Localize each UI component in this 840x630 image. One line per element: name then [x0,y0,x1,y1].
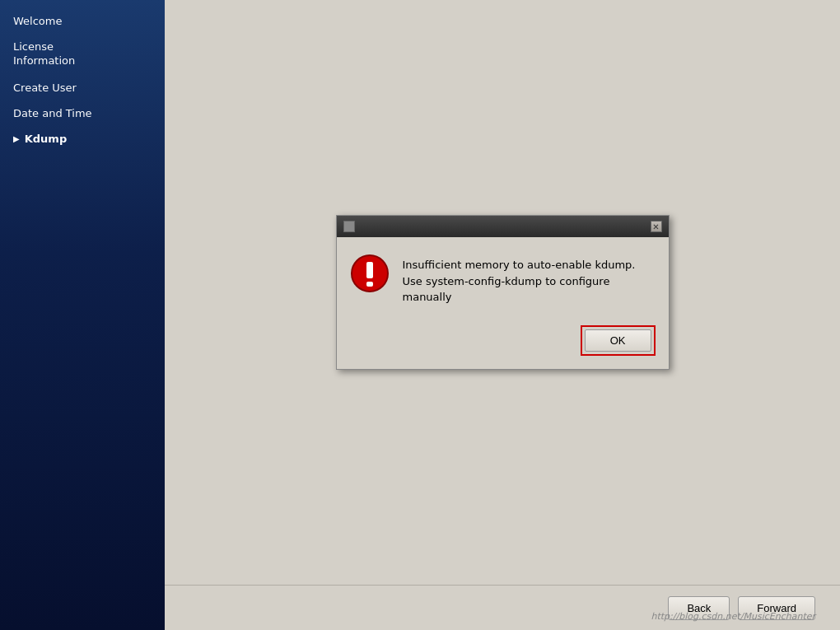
bottom-bar: Back Forward http://blog.csdn.net/MusicE… [165,585,840,630]
main-content: ✕ Insufficient memory to auto-enable kdu… [165,0,840,630]
sidebar-item-license-label: LicenseInformation [13,40,75,68]
sidebar: Welcome LicenseInformation Create User D… [0,0,165,630]
svg-rect-1 [366,262,373,278]
svg-rect-2 [366,282,373,287]
dialog-titlebar-icon [343,221,355,232]
sidebar-item-create-user[interactable]: Create User [0,75,165,100]
sidebar-item-date-label: Date and Time [13,107,92,119]
dialog-message-line2: Use system-config-kdump to configure man… [403,273,656,306]
dialog-titlebar: ✕ [337,216,669,237]
error-icon [350,254,390,293]
dialog-body: Insufficient memory to auto-enable kdump… [337,237,669,319]
watermark: http://blog.csdn.net/MusicEnchanter [651,611,816,622]
dialog-message-line1: Insufficient memory to auto-enable kdump… [403,257,656,273]
sidebar-item-license-information[interactable]: LicenseInformation [0,34,165,75]
dialog-message: Insufficient memory to auto-enable kdump… [403,254,656,306]
dialog-close-button[interactable]: ✕ [651,221,662,232]
close-icon: ✕ [652,222,659,231]
kdump-arrow-icon: ▶ [13,134,20,143]
sidebar-item-welcome[interactable]: Welcome [0,8,165,34]
sidebar-item-date-and-time[interactable]: Date and Time [0,100,165,126]
ok-button[interactable]: OK [585,329,651,352]
sidebar-item-kdump-label: Kdump [25,133,68,145]
content-area: ✕ Insufficient memory to auto-enable kdu… [165,0,840,585]
error-dialog: ✕ Insufficient memory to auto-enable kdu… [336,215,670,370]
sidebar-item-create-user-label: Create User [13,82,77,94]
dialog-footer: OK [337,319,669,369]
dialog-ok-wrapper: OK [581,325,656,356]
dialog-overlay: ✕ Insufficient memory to auto-enable kdu… [165,0,840,585]
sidebar-item-kdump[interactable]: ▶ Kdump [0,126,165,152]
sidebar-item-welcome-label: Welcome [13,15,62,27]
